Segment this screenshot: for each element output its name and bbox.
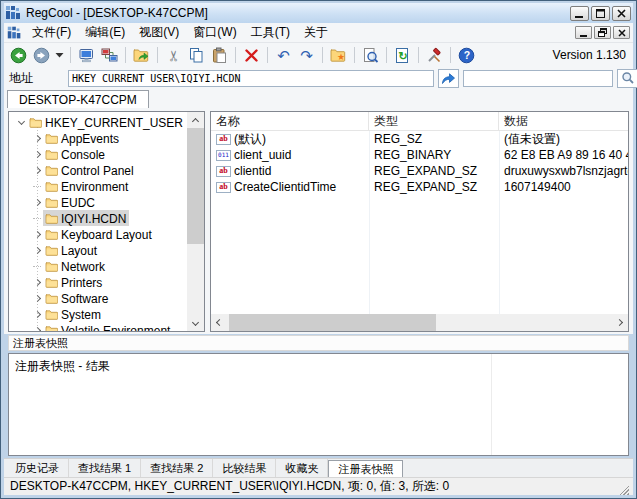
paste-button[interactable] [209,45,230,66]
options-button[interactable] [424,45,445,66]
scroll-track[interactable] [228,314,611,331]
cut-button[interactable]: ✂ [163,45,184,66]
tree-item-layout[interactable]: Layout [13,242,187,258]
delete-button[interactable] [241,45,262,66]
list-horizontal-scrollbar[interactable] [211,314,628,331]
tree-expander[interactable] [31,242,43,258]
refresh-button[interactable]: ↻ [392,45,413,66]
scroll-right-button[interactable] [611,314,628,331]
scroll-up-button[interactable] [187,112,204,128]
tree-item-system[interactable]: System [13,306,187,322]
favorites-button[interactable]: ★ [328,45,349,66]
child-minimize-button[interactable] [575,26,592,39]
value-name: CreateClientidTime [234,180,336,194]
minimize-icon [575,9,584,18]
column-header-type[interactable]: 类型 [369,112,499,130]
column-header-name[interactable]: 名称 [211,112,369,130]
tree-expander[interactable] [31,130,43,146]
bottom-tab-favorites[interactable]: 收藏夹 [276,459,328,477]
refresh-page-icon: ↻ [394,47,411,64]
find-button[interactable] [360,45,381,66]
main-split: HKEY_CURRENT_USERAppEventsConsoleControl… [4,108,633,334]
tree-expander[interactable] [31,226,43,242]
tree-expander[interactable] [15,114,27,130]
tree-expander[interactable] [31,162,43,178]
tree-item-keyboard-layout[interactable]: Keyboard Layout [13,226,187,242]
forward-button[interactable] [31,45,52,66]
tree-item-appevents[interactable]: AppEvents [13,130,187,146]
toolbar-separator [157,47,158,63]
tree-expander[interactable] [31,274,43,290]
help-button[interactable]: ? [456,45,477,66]
regcool-window: RegCool - [DESKTOP-K47CCPM] 文件(F)编辑(E)视图… [0,0,637,499]
resize-grip[interactable] [618,484,629,495]
connect-computer-button[interactable] [76,45,97,66]
menu-file[interactable]: 文件(F) [25,22,78,43]
scroll-down-button[interactable] [187,315,204,331]
history-dropdown-button[interactable] [54,45,65,66]
menu-window[interactable]: 窗口(W) [186,22,243,43]
tree-expander[interactable] [31,306,43,322]
bottom-tab-history[interactable]: 历史记录 [6,459,69,477]
bottom-tab-find2[interactable]: 查找结果 2 [141,459,213,477]
tree-item-printers[interactable]: Printers [13,274,187,290]
mdi-system-menu-icon[interactable] [8,26,22,39]
reg-binary-icon: 011 [216,150,231,161]
go-button[interactable] [438,69,459,88]
close-button[interactable] [612,6,631,21]
tree-item-network[interactable]: Network [13,258,187,274]
tree-item-volatile-environment[interactable]: Volatile Environment [13,322,187,331]
scroll-track[interactable] [187,128,204,315]
search-button[interactable] [617,69,637,88]
tree-item-software[interactable]: Software [13,290,187,306]
bottom-tab-find1[interactable]: 查找结果 1 [69,459,141,477]
scroll-thumb[interactable] [187,128,204,244]
address-input[interactable] [68,70,434,87]
minimize-button[interactable] [570,6,589,21]
tree-vertical-scrollbar[interactable] [187,112,204,331]
network-computers-icon [101,47,118,64]
chevron-right-icon [33,310,40,317]
registry-value-row[interactable]: abclientidREG_EXPAND_SZdruxuwysxwb7lsnzj… [211,163,628,179]
column-header-data[interactable]: 数据 [499,112,628,130]
reg-sz-icon: ab [216,166,231,177]
tree-item-hkey-current-user[interactable]: HKEY_CURRENT_USER [13,114,187,130]
menu-edit[interactable]: 编辑(E) [78,22,132,43]
tree-item-iqiyi-hcdn[interactable]: IQIYI.HCDN [13,210,187,226]
registry-value-row[interactable]: ab(默认)REG_SZ(值未设置) [211,131,628,147]
tree-item-eudc[interactable]: EUDC [13,194,187,210]
menu-view[interactable]: 视图(V) [132,22,186,43]
copy-button[interactable] [186,45,207,66]
tree-connector-dash [31,210,43,226]
menu-about[interactable]: 关于 [297,22,335,43]
goto-folder-icon [133,47,151,63]
toolbar-separator [450,47,451,63]
tree-expander[interactable] [31,290,43,306]
scroll-left-button[interactable] [211,314,228,331]
folder-icon [45,181,58,192]
maximize-button[interactable] [591,6,610,21]
registry-value-row[interactable]: abCreateClientidTimeREG_EXPAND_SZ1607149… [211,179,628,195]
tree-item-console[interactable]: Console [13,146,187,162]
scroll-thumb[interactable] [229,314,436,331]
undo-button[interactable]: ↶ [273,45,294,66]
menu-tools[interactable]: 工具(T) [244,22,297,43]
bottom-tab-snapshot[interactable]: 注册表快照 [328,460,403,477]
child-close-button[interactable] [613,26,630,39]
value-data: 1607149400 [499,180,628,194]
network-registry-button[interactable] [99,45,120,66]
tree-expander[interactable] [31,194,43,210]
tree-expander[interactable] [31,322,43,331]
child-restore-button[interactable] [594,26,611,39]
redo-button[interactable]: ↷ [296,45,317,66]
tree-item-environment[interactable]: Environment [13,178,187,194]
tree-expander[interactable] [31,146,43,162]
document-tab[interactable]: DESKTOP-K47CCPM [7,90,149,108]
bottom-tab-compare[interactable]: 比较结果 [213,459,276,477]
back-button[interactable] [8,45,29,66]
quick-search-input[interactable] [463,70,613,87]
goto-key-button[interactable] [131,45,152,66]
value-data: (值未设置) [499,131,628,148]
registry-value-row[interactable]: 011client_uuidREG_BINARY62 E8 EB A9 89 1… [211,147,628,163]
tree-item-control-panel[interactable]: Control Panel [13,162,187,178]
